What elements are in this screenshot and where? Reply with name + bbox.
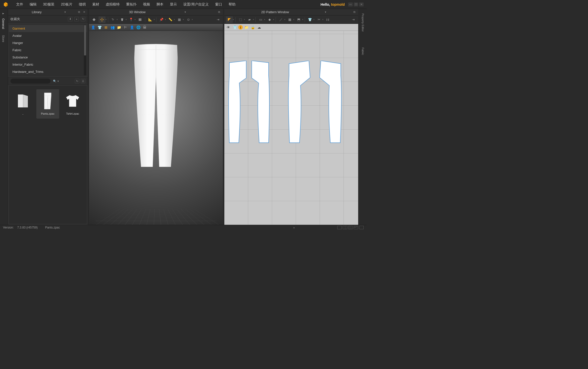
tool-texture[interactable]: ▦ xyxy=(176,16,183,23)
tool-2d-internal-line[interactable]: ／ xyxy=(277,16,284,23)
right-sidebar: Property Editor Fabric xyxy=(359,9,367,225)
sidebar-expand-icon[interactable]: ▸ xyxy=(2,11,5,14)
status-version: 7.3.83 (r45759) xyxy=(17,226,38,229)
search-list-icon[interactable]: ☰ xyxy=(81,79,85,83)
fav-refresh-icon[interactable]: ↻ xyxy=(81,17,85,21)
category-fabric[interactable]: Fabric xyxy=(9,46,87,54)
search-refresh-icon[interactable]: ↻ xyxy=(75,79,79,83)
viewport-2d-dropdown-icon[interactable]: ▾ xyxy=(324,10,327,14)
layout-split-2[interactable] xyxy=(343,226,347,229)
library-dropdown-icon[interactable]: ▾ xyxy=(63,10,67,14)
tool-measure[interactable]: 📏 xyxy=(167,16,174,23)
viewport-3d-popout-icon[interactable]: ⧉ xyxy=(217,10,221,14)
tool-2d-polygon[interactable]: ▰ xyxy=(246,16,253,23)
library-popout-icon[interactable]: ⧉ xyxy=(77,10,81,14)
view-2d-lock-icon[interactable]: 🔒 xyxy=(250,25,256,30)
file-item-pants[interactable]: Pants.zpac xyxy=(36,89,59,119)
menu-settings[interactable]: 设置/用户自定义 xyxy=(180,0,212,9)
view-2d-folder-icon[interactable]: 📁 xyxy=(243,25,249,30)
tool-2d-symmetry[interactable]: ⫿⫿ xyxy=(324,16,331,23)
status-version-label: Version: xyxy=(3,226,14,229)
view-mesh-icon[interactable]: ⊞ xyxy=(103,25,109,30)
fav-add-icon[interactable]: + xyxy=(74,17,79,21)
tab-property-editor[interactable]: Property Editor xyxy=(360,10,365,35)
tool-button[interactable]: ⊙ xyxy=(185,16,192,23)
view-2d-garment-icon[interactable]: 👕 xyxy=(232,25,238,30)
tool-2d-transform[interactable]: ⬚ xyxy=(237,16,244,23)
menu-file[interactable]: 文件 xyxy=(13,0,26,9)
tool-garment[interactable] xyxy=(119,16,126,23)
tab-store[interactable]: Store xyxy=(0,32,6,45)
canvas-2d[interactable] xyxy=(224,31,358,225)
category-garment[interactable]: Garment xyxy=(9,25,87,32)
view-2d-info-icon[interactable]: i xyxy=(238,25,243,30)
view-2d-cloud-icon[interactable]: ☁ xyxy=(256,25,262,30)
category-avatar[interactable]: Avatar xyxy=(9,32,87,39)
category-interior-fabric[interactable]: Interior_Fabric xyxy=(9,61,87,68)
view-2d-eye-icon[interactable]: 👁 xyxy=(225,25,231,30)
menu-help[interactable]: 帮助 xyxy=(225,0,239,9)
library-panel: Library ▾ ⧉ ✕ 收藏夹 ⬇ + ↻ Garment Avatar H… xyxy=(8,9,88,225)
tab-general[interactable]: General xyxy=(0,15,6,32)
view-garment-icon[interactable]: 👕 xyxy=(97,25,102,30)
minimize-button[interactable]: — xyxy=(348,2,353,6)
view-avatar-icon[interactable]: 👤 xyxy=(90,25,96,30)
toolbar-2d-more-icon[interactable]: ⇥ xyxy=(350,16,357,23)
menu-display[interactable]: 显示 xyxy=(167,0,180,9)
menu-materials[interactable]: 素材 xyxy=(89,0,102,9)
library-search-input[interactable] xyxy=(10,79,50,84)
tool-arrange[interactable] xyxy=(137,16,144,23)
tool-2d-seam[interactable]: ▦ xyxy=(286,16,293,23)
menu-script[interactable]: 脚本 xyxy=(153,0,167,9)
layout-split-3[interactable] xyxy=(348,226,353,229)
menu-edit[interactable]: 编辑 xyxy=(26,0,40,9)
search-icon[interactable]: 🔍 ▾ xyxy=(52,80,60,83)
layout-grid[interactable] xyxy=(354,226,358,229)
menu-avatar[interactable]: 虚拟模特 xyxy=(102,0,123,9)
file-item-up[interactable]: .. xyxy=(11,89,34,119)
menu-window[interactable]: 窗口 xyxy=(212,0,225,9)
tool-select-move[interactable] xyxy=(98,16,105,23)
tool-pin[interactable]: 📍 xyxy=(128,16,135,23)
view-folder-icon[interactable]: 📁 xyxy=(116,25,122,30)
library-close-icon[interactable]: ✕ xyxy=(82,10,86,14)
view-building-icon[interactable]: 🏛 xyxy=(142,25,148,30)
tool-2d-notch[interactable]: ✂ xyxy=(315,16,322,23)
menu-retopology[interactable]: 重拓扑 xyxy=(123,0,140,9)
layout-custom[interactable] xyxy=(359,226,364,229)
viewport-2d-popout-icon[interactable]: ⧉ xyxy=(353,10,356,14)
maximize-button[interactable]: ☐ xyxy=(354,2,358,6)
view-globe-icon[interactable]: 🌐 xyxy=(135,25,141,30)
tab-fabric[interactable]: Fabric xyxy=(360,45,365,58)
category-substance[interactable]: Substance xyxy=(9,54,87,61)
tool-tack[interactable]: 📌 xyxy=(158,16,165,23)
fav-download-icon[interactable]: ⬇ xyxy=(68,17,72,21)
close-button[interactable]: ✕ xyxy=(359,2,364,6)
viewport-2d: 2D Pattern Window ▾ ⧉ ▾ ⬚▾ ▰▾ ▭▾ ◆▾ ／▾ ▦… xyxy=(224,9,358,225)
category-hardware-trims[interactable]: Hardware_and_Trims xyxy=(9,68,87,75)
canvas-3d[interactable] xyxy=(89,31,223,225)
file-item-tshirt[interactable]: Tshirt.zpac xyxy=(61,89,84,119)
viewport-3d-dropdown-icon[interactable]: ▾ xyxy=(184,10,187,14)
file-label: Tshirt.zpac xyxy=(66,112,79,115)
tool-fold[interactable]: 📐 xyxy=(147,16,154,23)
view-flag-icon[interactable]: 🏳 xyxy=(122,25,128,30)
menu-3d-garment[interactable]: 3D服装 xyxy=(40,0,58,9)
tool-2d-trace[interactable]: ⬒ xyxy=(295,16,302,23)
tool-select-mesh[interactable] xyxy=(110,16,117,23)
menu-sewing[interactable]: 缝纫 xyxy=(76,0,89,9)
category-scrollbar[interactable] xyxy=(84,25,86,75)
statusbar-expand-icon[interactable]: ▲ xyxy=(293,226,295,229)
layout-single[interactable] xyxy=(337,226,342,229)
category-hanger[interactable]: Hanger xyxy=(9,39,87,46)
menu-2d-pattern[interactable]: 2D板片 xyxy=(58,0,76,9)
tool-2d-rectangle[interactable]: ▭ xyxy=(257,16,264,23)
tool-2d-sewing[interactable]: 👕 xyxy=(306,16,313,23)
tool-simulate[interactable] xyxy=(91,16,98,23)
toolbar-3d-more-icon[interactable]: ⇥ xyxy=(214,16,221,23)
tool-2d-edit-pattern[interactable] xyxy=(226,16,233,23)
view-texture-icon[interactable]: 👥 xyxy=(109,25,115,30)
view-silhouette-icon[interactable]: 👤 xyxy=(129,25,135,30)
tool-2d-dart[interactable]: ◆ xyxy=(266,16,273,23)
menu-video[interactable]: 视频 xyxy=(140,0,153,9)
